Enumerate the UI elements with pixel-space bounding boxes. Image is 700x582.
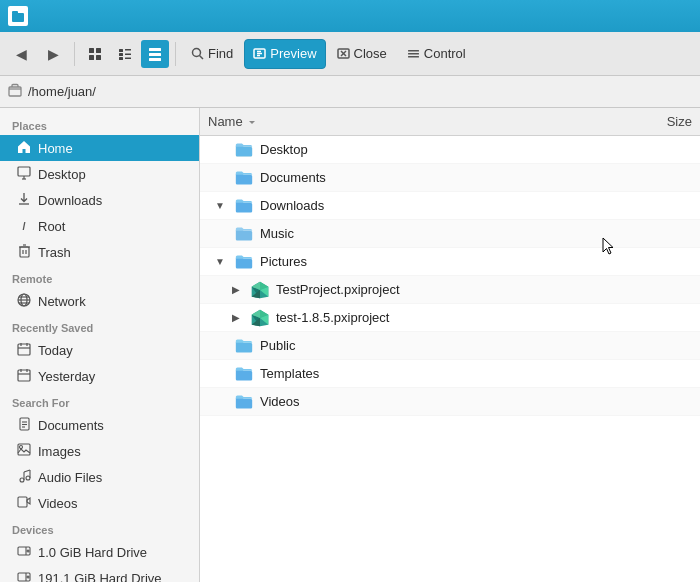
yesterday-icon	[16, 368, 32, 385]
search-audio-label: Audio Files	[38, 470, 102, 485]
sort-icon	[247, 117, 257, 127]
location-bar: /home/juan/	[0, 76, 700, 108]
documents-folder-icon	[234, 168, 254, 188]
search-videos-icon	[16, 496, 32, 511]
expand-testproject[interactable]: ▶	[228, 282, 244, 298]
sidebar-item-search-videos[interactable]: Videos	[0, 490, 199, 516]
svg-rect-62	[18, 547, 30, 555]
svg-rect-1	[12, 11, 18, 14]
file-row-music[interactable]: ▶ Music	[200, 220, 700, 248]
svg-rect-65	[18, 573, 30, 581]
sidebar-item-home[interactable]: Home	[0, 135, 199, 161]
test185-icon	[250, 308, 270, 328]
svg-rect-26	[408, 56, 419, 58]
file-row-documents[interactable]: ▶ Documents	[200, 164, 700, 192]
view-icon-list[interactable]	[111, 40, 139, 68]
documents-name: Documents	[260, 170, 700, 185]
sidebar-item-desktop[interactable]: Desktop	[0, 161, 199, 187]
music-folder-icon	[234, 224, 254, 244]
public-folder-icon	[234, 336, 254, 356]
close-button[interactable]: Close	[328, 39, 396, 69]
file-list-header: Name Size	[200, 108, 700, 136]
search-label: Search For	[0, 389, 199, 412]
sidebar-item-downloads[interactable]: Downloads	[0, 187, 199, 213]
file-row-desktop[interactable]: ▶ Desktop	[200, 136, 700, 164]
svg-rect-12	[149, 48, 161, 51]
hdd2-label: 191.1 GiB Hard Drive	[38, 571, 162, 583]
sidebar-item-network[interactable]: Network	[0, 288, 199, 314]
sidebar-item-today[interactable]: Today	[0, 337, 199, 363]
sidebar-item-search-documents[interactable]: Documents	[0, 412, 199, 438]
sidebar-item-trash[interactable]: Trash	[0, 239, 199, 265]
today-icon	[16, 342, 32, 359]
svg-rect-9	[125, 53, 131, 55]
videos-folder-icon	[234, 392, 254, 412]
svg-rect-6	[119, 49, 123, 52]
location-icon	[8, 83, 22, 100]
testproject-icon	[250, 280, 270, 300]
file-row-public[interactable]: ▶ Public	[200, 332, 700, 360]
svg-rect-24	[408, 50, 419, 52]
preview-button[interactable]: Preview	[244, 39, 325, 69]
videos-name: Videos	[260, 394, 700, 409]
svg-rect-27	[9, 87, 21, 96]
search-images-label: Images	[38, 444, 81, 459]
file-row-pictures[interactable]: ▼ Pictures	[200, 248, 700, 276]
find-button[interactable]: Find	[182, 39, 242, 69]
svg-line-60	[24, 470, 30, 472]
sidebar-item-search-audio[interactable]: Audio Files	[0, 464, 199, 490]
svg-rect-8	[119, 53, 123, 56]
forward-button[interactable]: ▶	[38, 39, 68, 69]
file-row-templates[interactable]: ▶ Templates	[200, 360, 700, 388]
devices-label: Devices	[0, 516, 199, 539]
downloads-icon	[16, 192, 32, 209]
expand-downloads[interactable]: ▼	[212, 198, 228, 214]
hdd1-label: 1.0 GiB Hard Drive	[38, 545, 147, 560]
control-button[interactable]: Control	[398, 39, 475, 69]
hdd2-icon	[16, 571, 32, 583]
view-icon-columns[interactable]	[141, 40, 169, 68]
svg-rect-28	[18, 167, 30, 176]
templates-name: Templates	[260, 366, 700, 381]
separator2	[175, 42, 176, 66]
sidebar-item-hdd1[interactable]: 1.0 GiB Hard Drive	[0, 539, 199, 565]
expand-test185[interactable]: ▶	[228, 310, 244, 326]
svg-point-55	[20, 446, 23, 449]
svg-point-57	[26, 476, 30, 480]
app-window: ◀ ▶	[0, 32, 700, 582]
svg-rect-2	[89, 48, 94, 53]
svg-rect-4	[89, 55, 94, 60]
search-audio-icon	[16, 469, 32, 486]
sidebar-item-yesterday[interactable]: Yesterday	[0, 363, 199, 389]
sidebar: Places Home Desktop	[0, 108, 200, 582]
templates-folder-icon	[234, 364, 254, 384]
view-icon-grid[interactable]	[81, 40, 109, 68]
trash-icon	[16, 244, 32, 261]
file-row-test185[interactable]: ▶ test-1.8.5.pxiproject	[200, 304, 700, 332]
desktop-icon	[16, 166, 32, 183]
svg-rect-61	[18, 497, 27, 507]
file-row-videos[interactable]: ▶ Videos	[200, 388, 700, 416]
file-row-testproject[interactable]: ▶ TestProject.pxiproject	[200, 276, 700, 304]
sidebar-item-root[interactable]: / Root	[0, 213, 199, 239]
root-label: Root	[38, 219, 65, 234]
svg-rect-3	[96, 48, 101, 53]
app-icon	[8, 6, 28, 26]
col-size-header: Size	[642, 114, 692, 129]
expand-pictures[interactable]: ▼	[212, 254, 228, 270]
svg-point-67	[27, 576, 29, 578]
public-name: Public	[260, 338, 700, 353]
file-row-downloads[interactable]: ▼ Downloads	[200, 192, 700, 220]
downloads-folder-icon	[234, 196, 254, 216]
sidebar-item-hdd2[interactable]: 191.1 GiB Hard Drive	[0, 565, 199, 582]
yesterday-label: Yesterday	[38, 369, 95, 384]
desktop-name: Desktop	[260, 142, 700, 157]
content-area: Places Home Desktop	[0, 108, 700, 582]
col-name-header[interactable]: Name	[208, 114, 642, 129]
back-button[interactable]: ◀	[6, 39, 36, 69]
separator1	[74, 42, 75, 66]
titlebar	[0, 0, 700, 32]
pictures-folder-icon	[234, 252, 254, 272]
sidebar-item-search-images[interactable]: Images	[0, 438, 199, 464]
svg-rect-7	[125, 49, 131, 51]
